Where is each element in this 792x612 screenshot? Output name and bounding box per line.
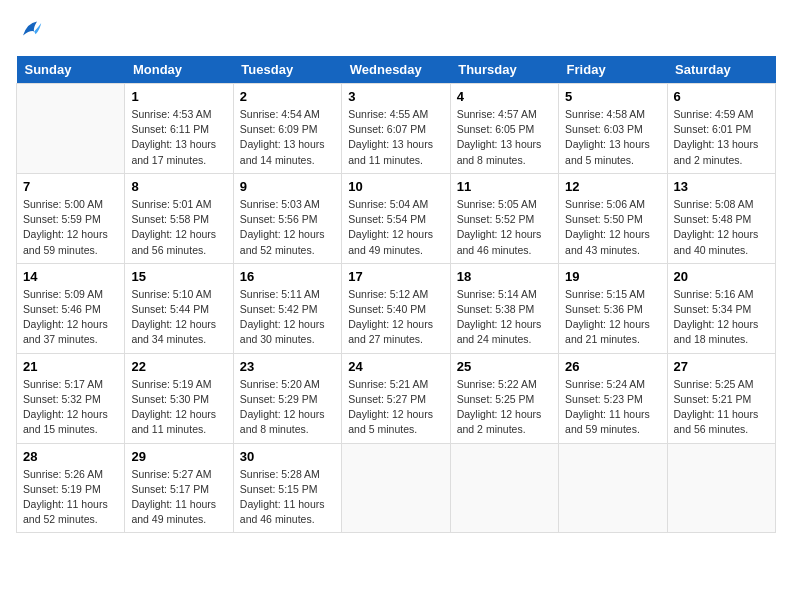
calendar-cell: 21Sunrise: 5:17 AM Sunset: 5:32 PM Dayli… <box>17 353 125 443</box>
calendar-cell: 26Sunrise: 5:24 AM Sunset: 5:23 PM Dayli… <box>559 353 667 443</box>
calendar-cell: 2Sunrise: 4:54 AM Sunset: 6:09 PM Daylig… <box>233 84 341 174</box>
calendar-week-row: 14Sunrise: 5:09 AM Sunset: 5:46 PM Dayli… <box>17 263 776 353</box>
day-number: 1 <box>131 89 226 104</box>
day-number: 24 <box>348 359 443 374</box>
day-number: 15 <box>131 269 226 284</box>
day-number: 6 <box>674 89 769 104</box>
calendar-body: 1Sunrise: 4:53 AM Sunset: 6:11 PM Daylig… <box>17 84 776 533</box>
calendar-day-header: Friday <box>559 56 667 84</box>
day-number: 5 <box>565 89 660 104</box>
day-number: 4 <box>457 89 552 104</box>
day-info: Sunrise: 5:06 AM Sunset: 5:50 PM Dayligh… <box>565 197 660 258</box>
calendar-cell: 24Sunrise: 5:21 AM Sunset: 5:27 PM Dayli… <box>342 353 450 443</box>
day-info: Sunrise: 5:04 AM Sunset: 5:54 PM Dayligh… <box>348 197 443 258</box>
calendar-cell <box>17 84 125 174</box>
calendar-cell: 28Sunrise: 5:26 AM Sunset: 5:19 PM Dayli… <box>17 443 125 533</box>
day-number: 8 <box>131 179 226 194</box>
day-number: 17 <box>348 269 443 284</box>
day-info: Sunrise: 5:16 AM Sunset: 5:34 PM Dayligh… <box>674 287 769 348</box>
day-number: 19 <box>565 269 660 284</box>
day-number: 29 <box>131 449 226 464</box>
day-info: Sunrise: 5:24 AM Sunset: 5:23 PM Dayligh… <box>565 377 660 438</box>
day-number: 26 <box>565 359 660 374</box>
calendar-table: SundayMondayTuesdayWednesdayThursdayFrid… <box>16 56 776 533</box>
calendar-header-row: SundayMondayTuesdayWednesdayThursdayFrid… <box>17 56 776 84</box>
day-number: 22 <box>131 359 226 374</box>
calendar-week-row: 28Sunrise: 5:26 AM Sunset: 5:19 PM Dayli… <box>17 443 776 533</box>
day-info: Sunrise: 5:08 AM Sunset: 5:48 PM Dayligh… <box>674 197 769 258</box>
day-number: 23 <box>240 359 335 374</box>
day-number: 20 <box>674 269 769 284</box>
day-info: Sunrise: 5:15 AM Sunset: 5:36 PM Dayligh… <box>565 287 660 348</box>
day-info: Sunrise: 4:59 AM Sunset: 6:01 PM Dayligh… <box>674 107 769 168</box>
calendar-day-header: Sunday <box>17 56 125 84</box>
calendar-cell: 25Sunrise: 5:22 AM Sunset: 5:25 PM Dayli… <box>450 353 558 443</box>
day-number: 21 <box>23 359 118 374</box>
day-number: 10 <box>348 179 443 194</box>
calendar-cell: 8Sunrise: 5:01 AM Sunset: 5:58 PM Daylig… <box>125 173 233 263</box>
day-info: Sunrise: 5:03 AM Sunset: 5:56 PM Dayligh… <box>240 197 335 258</box>
day-info: Sunrise: 4:58 AM Sunset: 6:03 PM Dayligh… <box>565 107 660 168</box>
calendar-day-header: Tuesday <box>233 56 341 84</box>
day-info: Sunrise: 5:28 AM Sunset: 5:15 PM Dayligh… <box>240 467 335 528</box>
calendar-day-header: Wednesday <box>342 56 450 84</box>
calendar-cell: 16Sunrise: 5:11 AM Sunset: 5:42 PM Dayli… <box>233 263 341 353</box>
calendar-cell <box>559 443 667 533</box>
day-info: Sunrise: 5:25 AM Sunset: 5:21 PM Dayligh… <box>674 377 769 438</box>
day-number: 18 <box>457 269 552 284</box>
calendar-cell: 10Sunrise: 5:04 AM Sunset: 5:54 PM Dayli… <box>342 173 450 263</box>
calendar-cell: 3Sunrise: 4:55 AM Sunset: 6:07 PM Daylig… <box>342 84 450 174</box>
day-number: 27 <box>674 359 769 374</box>
day-number: 3 <box>348 89 443 104</box>
page-header <box>16 16 776 44</box>
calendar-cell: 15Sunrise: 5:10 AM Sunset: 5:44 PM Dayli… <box>125 263 233 353</box>
calendar-cell: 11Sunrise: 5:05 AM Sunset: 5:52 PM Dayli… <box>450 173 558 263</box>
calendar-cell: 4Sunrise: 4:57 AM Sunset: 6:05 PM Daylig… <box>450 84 558 174</box>
day-info: Sunrise: 5:22 AM Sunset: 5:25 PM Dayligh… <box>457 377 552 438</box>
logo <box>16 16 48 44</box>
calendar-cell: 18Sunrise: 5:14 AM Sunset: 5:38 PM Dayli… <box>450 263 558 353</box>
calendar-week-row: 1Sunrise: 4:53 AM Sunset: 6:11 PM Daylig… <box>17 84 776 174</box>
day-number: 28 <box>23 449 118 464</box>
calendar-day-header: Thursday <box>450 56 558 84</box>
day-info: Sunrise: 5:01 AM Sunset: 5:58 PM Dayligh… <box>131 197 226 258</box>
day-number: 7 <box>23 179 118 194</box>
calendar-cell: 14Sunrise: 5:09 AM Sunset: 5:46 PM Dayli… <box>17 263 125 353</box>
calendar-cell <box>342 443 450 533</box>
calendar-cell <box>450 443 558 533</box>
day-info: Sunrise: 5:21 AM Sunset: 5:27 PM Dayligh… <box>348 377 443 438</box>
calendar-cell: 19Sunrise: 5:15 AM Sunset: 5:36 PM Dayli… <box>559 263 667 353</box>
day-info: Sunrise: 5:00 AM Sunset: 5:59 PM Dayligh… <box>23 197 118 258</box>
day-number: 11 <box>457 179 552 194</box>
day-number: 25 <box>457 359 552 374</box>
calendar-cell: 22Sunrise: 5:19 AM Sunset: 5:30 PM Dayli… <box>125 353 233 443</box>
calendar-day-header: Monday <box>125 56 233 84</box>
calendar-cell: 17Sunrise: 5:12 AM Sunset: 5:40 PM Dayli… <box>342 263 450 353</box>
day-info: Sunrise: 5:17 AM Sunset: 5:32 PM Dayligh… <box>23 377 118 438</box>
day-number: 12 <box>565 179 660 194</box>
day-number: 2 <box>240 89 335 104</box>
day-info: Sunrise: 5:12 AM Sunset: 5:40 PM Dayligh… <box>348 287 443 348</box>
day-info: Sunrise: 4:55 AM Sunset: 6:07 PM Dayligh… <box>348 107 443 168</box>
day-number: 13 <box>674 179 769 194</box>
day-number: 14 <box>23 269 118 284</box>
day-number: 9 <box>240 179 335 194</box>
day-info: Sunrise: 5:26 AM Sunset: 5:19 PM Dayligh… <box>23 467 118 528</box>
calendar-cell: 13Sunrise: 5:08 AM Sunset: 5:48 PM Dayli… <box>667 173 775 263</box>
day-info: Sunrise: 5:09 AM Sunset: 5:46 PM Dayligh… <box>23 287 118 348</box>
day-info: Sunrise: 5:14 AM Sunset: 5:38 PM Dayligh… <box>457 287 552 348</box>
day-info: Sunrise: 5:27 AM Sunset: 5:17 PM Dayligh… <box>131 467 226 528</box>
calendar-week-row: 21Sunrise: 5:17 AM Sunset: 5:32 PM Dayli… <box>17 353 776 443</box>
calendar-cell: 12Sunrise: 5:06 AM Sunset: 5:50 PM Dayli… <box>559 173 667 263</box>
calendar-cell: 5Sunrise: 4:58 AM Sunset: 6:03 PM Daylig… <box>559 84 667 174</box>
calendar-cell: 20Sunrise: 5:16 AM Sunset: 5:34 PM Dayli… <box>667 263 775 353</box>
day-info: Sunrise: 5:11 AM Sunset: 5:42 PM Dayligh… <box>240 287 335 348</box>
logo-bird-icon <box>16 16 44 44</box>
day-info: Sunrise: 5:19 AM Sunset: 5:30 PM Dayligh… <box>131 377 226 438</box>
day-info: Sunrise: 4:53 AM Sunset: 6:11 PM Dayligh… <box>131 107 226 168</box>
calendar-cell <box>667 443 775 533</box>
day-info: Sunrise: 4:54 AM Sunset: 6:09 PM Dayligh… <box>240 107 335 168</box>
calendar-week-row: 7Sunrise: 5:00 AM Sunset: 5:59 PM Daylig… <box>17 173 776 263</box>
day-info: Sunrise: 5:10 AM Sunset: 5:44 PM Dayligh… <box>131 287 226 348</box>
calendar-cell: 6Sunrise: 4:59 AM Sunset: 6:01 PM Daylig… <box>667 84 775 174</box>
